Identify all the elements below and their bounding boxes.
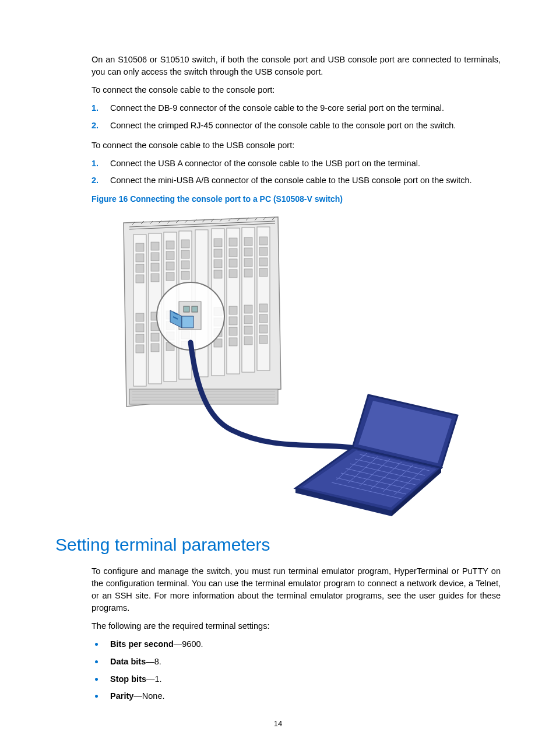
- svg-rect-22: [151, 274, 159, 282]
- svg-rect-72: [259, 314, 268, 323]
- svg-rect-29: [166, 262, 174, 270]
- settings-lead: The following are the required terminal …: [92, 620, 501, 632]
- page-number: 14: [0, 719, 556, 728]
- step-2: 2.Connect the crimped RJ-45 connector of…: [92, 120, 501, 132]
- laptop-icon: [295, 395, 458, 516]
- step-number: 1.: [92, 102, 98, 115]
- figure-caption: Figure 16 Connecting the console port to…: [92, 194, 501, 204]
- svg-rect-51: [229, 238, 237, 246]
- svg-rect-62: [244, 269, 252, 277]
- svg-rect-67: [259, 237, 268, 245]
- svg-rect-26: [151, 344, 159, 352]
- svg-rect-66: [244, 337, 252, 345]
- step-number: 2.: [92, 120, 98, 132]
- svg-rect-21: [151, 263, 159, 271]
- svg-rect-12: [136, 254, 144, 262]
- svg-rect-13: [136, 264, 144, 272]
- svg-rect-61: [244, 258, 252, 267]
- step-text: Connect the USB A connector of the conso…: [110, 159, 420, 168]
- step-text: Connect the crimped RJ-45 connector of t…: [110, 121, 456, 130]
- setting-label: Bits per second: [110, 639, 174, 649]
- svg-rect-53: [229, 259, 237, 267]
- steps-console-port: 1.Connect the DB-9 connector of the cons…: [92, 102, 501, 132]
- svg-rect-57: [229, 327, 237, 335]
- svg-rect-44: [214, 249, 222, 257]
- svg-rect-68: [259, 247, 268, 256]
- svg-rect-25: [151, 333, 159, 341]
- step-1: 1.Connect the DB-9 connector of the cons…: [92, 102, 501, 115]
- svg-rect-14: [136, 275, 144, 283]
- lead-console-port: To connect the console cable to the cons…: [92, 84, 501, 96]
- step-number: 1.: [92, 158, 98, 170]
- svg-rect-65: [244, 326, 252, 334]
- svg-rect-63: [244, 305, 252, 313]
- setting-bits-per-second: Bits per second—9600.: [92, 638, 501, 651]
- terminal-para: To configure and manage the switch, you …: [92, 565, 501, 614]
- setting-label: Parity: [110, 691, 133, 701]
- svg-rect-60: [244, 248, 252, 256]
- svg-rect-74: [259, 335, 268, 344]
- setting-stop-bits: Stop bits—1.: [92, 673, 501, 686]
- svg-rect-58: [229, 338, 237, 346]
- figure-16-illustration: [103, 214, 476, 517]
- setting-value: —8.: [146, 657, 161, 666]
- svg-rect-56: [229, 317, 237, 325]
- svg-rect-16: [136, 324, 144, 332]
- svg-rect-52: [229, 249, 237, 257]
- svg-rect-45: [214, 260, 222, 268]
- svg-rect-27: [166, 241, 174, 249]
- section-heading-setting-terminal-parameters: Setting terminal parameters: [55, 535, 501, 555]
- svg-rect-38: [181, 271, 189, 279]
- svg-rect-54: [229, 270, 237, 278]
- step-2: 2.Connect the mini-USB A/B connector of …: [92, 174, 501, 187]
- svg-rect-19: [151, 242, 159, 250]
- svg-rect-70: [259, 268, 268, 276]
- svg-rect-28: [166, 251, 174, 260]
- svg-rect-15: [136, 313, 144, 321]
- step-number: 2.: [92, 174, 98, 187]
- svg-rect-11: [136, 243, 144, 251]
- terminal-settings-list: Bits per second—9600. Data bits—8. Stop …: [92, 638, 501, 703]
- lead-usb-console-port: To connect the console cable to the USB …: [92, 139, 501, 152]
- switch-chassis-icon: [124, 217, 281, 407]
- svg-rect-35: [181, 240, 189, 248]
- setting-label: Data bits: [110, 657, 146, 666]
- svg-rect-43: [214, 239, 222, 247]
- setting-value: —1.: [146, 674, 162, 684]
- svg-rect-46: [214, 270, 222, 278]
- svg-rect-17: [136, 334, 144, 342]
- setting-label: Stop bits: [110, 674, 146, 684]
- setting-value: —None.: [133, 691, 164, 701]
- svg-rect-37: [181, 261, 189, 269]
- svg-rect-82: [184, 306, 189, 312]
- steps-usb-console-port: 1.Connect the USB A connector of the con…: [92, 158, 501, 188]
- svg-rect-59: [244, 237, 252, 246]
- step-text: Connect the mini-USB A/B connector of th…: [110, 176, 472, 185]
- svg-rect-20: [151, 253, 159, 261]
- svg-rect-64: [244, 316, 252, 324]
- setting-parity: Parity—None.: [92, 690, 501, 703]
- svg-rect-30: [166, 272, 174, 281]
- step-text: Connect the DB-9 connector of the consol…: [110, 103, 444, 113]
- svg-rect-69: [259, 258, 268, 266]
- svg-rect-83: [192, 306, 198, 312]
- svg-rect-18: [136, 345, 144, 353]
- step-1: 1.Connect the USB A connector of the con…: [92, 158, 501, 170]
- setting-value: —9600.: [174, 639, 203, 649]
- setting-data-bits: Data bits—8.: [92, 656, 501, 668]
- intro-paragraph: On an S10506 or S10510 switch, if both t…: [92, 54, 501, 78]
- svg-rect-55: [229, 306, 237, 314]
- svg-rect-36: [181, 250, 189, 258]
- svg-rect-71: [259, 304, 268, 312]
- svg-rect-73: [259, 325, 268, 333]
